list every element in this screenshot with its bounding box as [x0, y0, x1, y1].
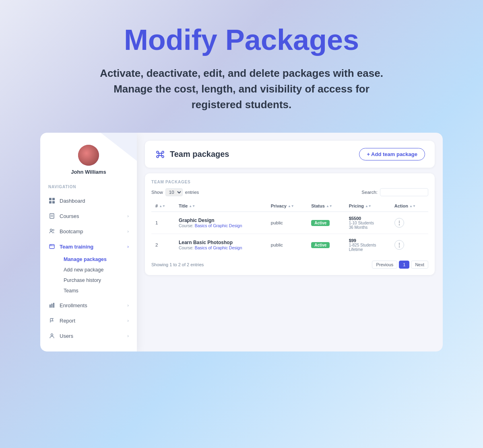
action-button-0[interactable]: ⋮	[394, 218, 404, 228]
chevron-right-icon5: ›	[127, 318, 129, 323]
chevron-right-icon6: ›	[127, 333, 129, 338]
chart-icon	[48, 302, 56, 309]
flag-icon	[48, 317, 56, 324]
entries-label: entries	[185, 190, 199, 195]
chevron-right-icon3: ›	[127, 244, 129, 249]
col-header-num: # ▲▼	[151, 200, 175, 212]
page-title: Modify Packages	[124, 24, 359, 56]
sidebar-item-report[interactable]: Report ›	[40, 313, 137, 328]
svg-rect-13	[52, 304, 53, 308]
sort-pricing[interactable]: Pricing ▲▼	[349, 203, 372, 208]
chevron-right-icon4: ›	[127, 303, 129, 308]
cell-status-1: Active	[307, 234, 345, 256]
col-header-privacy: Privacy ▲▼	[267, 200, 308, 212]
sub-item-manage-packages[interactable]: Manage packages	[60, 254, 137, 265]
entries-select[interactable]: 10 25 50	[165, 188, 183, 196]
course-title-1: Learn Basic Photoshop	[179, 240, 263, 245]
sort-num[interactable]: # ▲▼	[155, 203, 165, 208]
users-icon	[48, 228, 56, 235]
table-row: 1 Graphic Design Course: Basics of Graph…	[151, 212, 428, 234]
grid-icon	[48, 197, 56, 204]
cell-title-1: Learn Basic Photoshop Course: Basics of …	[175, 234, 267, 256]
svg-rect-0	[49, 198, 52, 200]
cell-action-1: ⋮	[390, 234, 428, 256]
cell-num-0: 1	[151, 212, 175, 234]
col-header-status: Status ▲▼	[307, 200, 345, 212]
profile-section: John Williams	[40, 145, 137, 185]
profile-name: John Williams	[71, 169, 106, 175]
sort-icon-num: ▲▼	[159, 204, 165, 208]
sidebar-label-courses: Courses	[60, 213, 123, 219]
showing-entries: Showing 1 to 2 of 2 entries	[151, 262, 204, 267]
packages-title: Team packages	[170, 150, 229, 159]
sidebar-item-enrollments[interactable]: Enrollments ›	[40, 298, 137, 313]
course-link-0[interactable]: Basics of Graphic Design	[195, 223, 242, 228]
svg-rect-1	[52, 198, 55, 200]
course-sub-1: Course: Basics of Graphic Design	[179, 245, 263, 250]
page-1-button[interactable]: 1	[399, 261, 409, 269]
sub-item-teams[interactable]: Teams	[60, 286, 137, 296]
cell-pricing-0: $5500 1-10 Students 36 Months	[345, 212, 390, 234]
packages-header-card: Team packages + Add team package	[145, 141, 435, 168]
pricing-duration-0: 36 Months	[349, 225, 386, 230]
sidebar-item-team-training[interactable]: Team training ›	[40, 239, 137, 254]
table-body: 1 Graphic Design Course: Basics of Graph…	[151, 212, 428, 256]
svg-rect-14	[53, 303, 54, 308]
sort-title[interactable]: Title ▲▼	[179, 203, 195, 208]
svg-point-8	[53, 229, 54, 231]
pricing-price-0: $5500	[349, 216, 386, 221]
sort-icon-title: ▲▼	[189, 204, 195, 208]
add-team-package-button[interactable]: + Add team package	[359, 148, 425, 160]
avatar	[78, 145, 99, 166]
sidebar-item-bootcamp[interactable]: Bootcamp ›	[40, 224, 137, 239]
cell-privacy-0: public	[267, 212, 308, 234]
pricing-price-1: $99	[349, 238, 386, 243]
person-icon	[48, 332, 56, 339]
book-icon	[48, 212, 56, 220]
sidebar-item-dashboard[interactable]: Dashboard	[40, 193, 137, 208]
sidebar-label-dashboard: Dashboard	[60, 198, 129, 204]
next-page-button[interactable]: Next	[411, 261, 428, 269]
action-button-1[interactable]: ⋮	[394, 240, 404, 250]
table-header-row: # ▲▼ Title ▲▼ Privacy	[151, 200, 428, 212]
pagination: Previous 1 Next	[372, 261, 428, 269]
course-sub-0: Course: Basics of Graphic Design	[179, 223, 263, 228]
prev-page-button[interactable]: Previous	[372, 261, 397, 269]
col-header-title: Title ▲▼	[175, 200, 267, 212]
table-card: TEAM PACKAGES Show 10 25 50 entries Sear…	[145, 173, 435, 275]
sidebar: John Williams NAVIGATION Dashboard	[40, 133, 137, 351]
command-icon	[155, 149, 166, 160]
cell-action-0: ⋮	[390, 212, 428, 234]
sidebar-item-courses[interactable]: Courses ›	[40, 208, 137, 224]
team-training-icon	[48, 243, 56, 250]
svg-rect-3	[52, 201, 55, 203]
table-footer: Showing 1 to 2 of 2 entries Previous 1 N…	[151, 261, 428, 269]
show-label: Show	[151, 190, 163, 195]
sort-status[interactable]: Status ▲▼	[311, 203, 332, 208]
course-link-1[interactable]: Basics of Graphic Design	[195, 245, 242, 250]
cell-num-1: 2	[151, 234, 175, 256]
sort-privacy[interactable]: Privacy ▲▼	[271, 203, 294, 208]
col-header-pricing: Pricing ▲▼	[345, 200, 390, 212]
search-area: Search:	[361, 188, 428, 196]
sort-icon-action: ▲▼	[409, 204, 416, 208]
table-row: 2 Learn Basic Photoshop Course: Basics o…	[151, 234, 428, 256]
team-training-sub-items: Manage packages Add new package Purchase…	[40, 254, 137, 298]
sub-item-add-new-package[interactable]: Add new package	[60, 265, 137, 275]
app-container: John Williams NAVIGATION Dashboard	[40, 133, 443, 351]
search-input[interactable]	[380, 188, 428, 196]
main-content: Team packages + Add team package TEAM PA…	[137, 133, 443, 351]
nav-section-label: NAVIGATION	[40, 185, 137, 193]
sidebar-item-users[interactable]: Users ›	[40, 328, 137, 343]
cell-privacy-1: public	[267, 234, 308, 256]
cell-pricing-1: $99 1-825 Students Lifetime	[345, 234, 390, 256]
sort-icon-pricing: ▲▼	[365, 204, 372, 208]
sort-icon-status: ▲▼	[326, 204, 332, 208]
svg-rect-9	[50, 245, 54, 249]
sub-item-purchase-history[interactable]: Purchase history	[60, 275, 137, 286]
chevron-right-icon2: ›	[127, 229, 129, 234]
sort-action[interactable]: Action ▲▼	[394, 203, 416, 208]
sidebar-label-report: Report	[60, 318, 123, 324]
sidebar-label-bootcamp: Bootcamp	[60, 228, 123, 234]
svg-point-15	[51, 334, 53, 336]
